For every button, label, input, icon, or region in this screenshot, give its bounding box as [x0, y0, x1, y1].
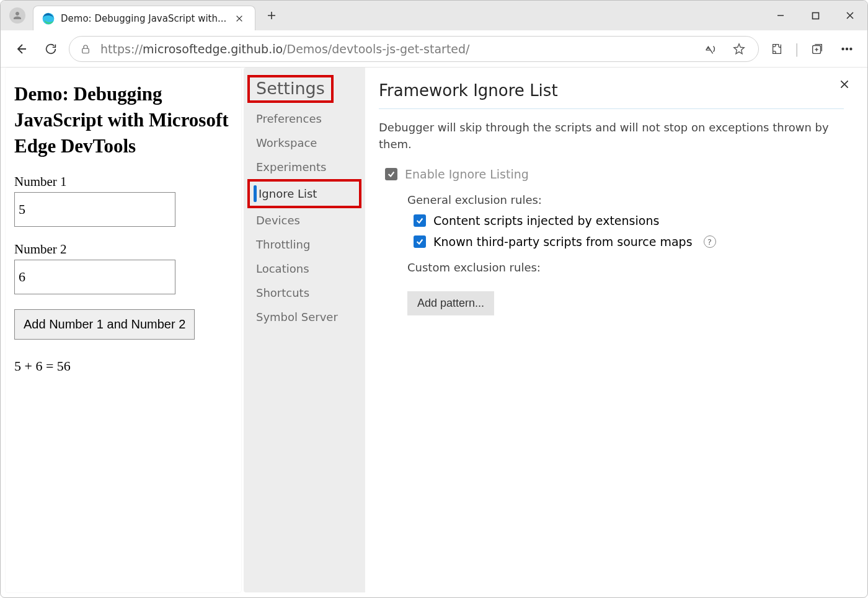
sidebar-item-ignore-list[interactable]: Ignore List	[247, 179, 361, 208]
site-info-button[interactable]	[79, 43, 92, 55]
rule-content-scripts-checkbox[interactable]	[414, 214, 426, 227]
titlebar: Demo: Debugging JavaScript with...	[1, 1, 867, 30]
sidebar-item-workspace[interactable]: Workspace	[244, 131, 365, 155]
page-heading: Demo: Debugging JavaScript with Microsof…	[14, 81, 232, 159]
plus-icon	[267, 11, 277, 20]
tab-title: Demo: Debugging JavaScript with...	[61, 13, 226, 24]
svg-point-6	[850, 48, 852, 50]
devtools-settings: Settings Preferences Workspace Experimen…	[244, 68, 862, 592]
rule-content-scripts-label: Content scripts injected by extensions	[433, 214, 659, 227]
check-icon	[415, 216, 424, 225]
help-icon[interactable]: ?	[704, 235, 716, 248]
panel-divider	[379, 108, 844, 109]
url-host: microsoftedge.github.io	[143, 42, 283, 56]
settings-sidebar: Settings Preferences Workspace Experimen…	[244, 68, 365, 592]
settings-heading-highlight: Settings	[247, 75, 334, 103]
window-close-button[interactable]	[833, 1, 867, 30]
panel-description: Debugger will skip through the scripts a…	[379, 119, 844, 152]
svg-rect-1	[812, 12, 818, 19]
enable-ignore-listing-checkbox[interactable]	[385, 168, 397, 180]
lock-icon	[80, 43, 91, 55]
settings-close-button[interactable]	[835, 75, 854, 94]
rule-third-party-label: Known third-party scripts from source ma…	[433, 235, 693, 248]
collections-icon	[810, 42, 824, 56]
window-controls	[763, 1, 867, 30]
demo-page: Demo: Debugging JavaScript with Microsof…	[6, 68, 241, 592]
close-icon	[235, 14, 244, 23]
toolbar: https://microsoftedge.github.io/Demos/de…	[1, 30, 867, 68]
add-pattern-button[interactable]: Add pattern...	[407, 291, 494, 315]
svg-rect-2	[82, 48, 89, 53]
sidebar-item-shortcuts[interactable]: Shortcuts	[244, 281, 365, 305]
sidebar-item-experiments[interactable]: Experiments	[244, 155, 365, 179]
profile-avatar[interactable]	[9, 7, 25, 24]
minimize-icon	[776, 11, 785, 20]
rule-third-party-checkbox[interactable]	[414, 235, 426, 248]
minimize-button[interactable]	[763, 1, 798, 30]
add-button[interactable]: Add Number 1 and Number 2	[14, 309, 195, 340]
arrow-left-icon	[14, 42, 29, 56]
address-bar[interactable]: https://microsoftedge.github.io/Demos/de…	[69, 36, 759, 62]
extensions-button[interactable]	[765, 37, 789, 61]
general-rules-label: General exclusion rules:	[407, 193, 844, 206]
more-horizontal-icon	[840, 42, 854, 56]
number1-input[interactable]	[14, 192, 175, 227]
enable-ignore-listing-row[interactable]: Enable Ignore Listing	[385, 167, 844, 181]
number1-label: Number 1	[14, 174, 232, 190]
address-bar-actions	[701, 37, 753, 61]
url-path: /Demos/devtools-js-get-started/	[283, 42, 469, 56]
favorite-button[interactable]	[730, 37, 748, 61]
read-aloud-button[interactable]	[701, 37, 720, 61]
sidebar-item-throttling[interactable]: Throttling	[244, 232, 365, 257]
new-tab-button[interactable]	[260, 4, 283, 27]
puzzle-icon	[770, 42, 784, 56]
sidebar-item-preferences[interactable]: Preferences	[244, 107, 365, 131]
custom-rules-label: Custom exclusion rules:	[407, 261, 844, 274]
settings-heading: Settings	[256, 79, 325, 98]
content-area: Demo: Debugging JavaScript with Microsof…	[6, 68, 862, 592]
number2-input[interactable]	[14, 260, 175, 294]
read-aloud-icon	[704, 42, 717, 56]
panel-title: Framework Ignore List	[379, 81, 844, 100]
result-text: 5 + 6 = 56	[14, 358, 232, 374]
sidebar-item-devices[interactable]: Devices	[244, 208, 365, 232]
number2-label: Number 2	[14, 242, 232, 257]
close-icon	[846, 11, 854, 20]
more-button[interactable]	[835, 37, 859, 61]
toolbar-separator: |	[795, 41, 799, 56]
collections-button[interactable]	[805, 37, 829, 61]
person-icon	[12, 10, 23, 21]
tab-close-button[interactable]	[232, 12, 246, 25]
star-icon	[732, 42, 746, 56]
check-icon	[387, 170, 396, 178]
sidebar-item-symbol-server[interactable]: Symbol Server	[244, 305, 365, 329]
maximize-icon	[812, 12, 820, 20]
url-scheme: https://	[100, 42, 143, 56]
close-icon	[839, 79, 850, 90]
browser-window: Demo: Debugging JavaScript with... ht	[0, 0, 868, 598]
settings-panel: Framework Ignore List Debugger will skip…	[365, 68, 862, 592]
rule-third-party-row[interactable]: Known third-party scripts from source ma…	[414, 235, 844, 248]
url-text: https://microsoftedge.github.io/Demos/de…	[100, 42, 693, 56]
back-button[interactable]	[9, 37, 33, 61]
browser-tab[interactable]: Demo: Debugging JavaScript with...	[33, 6, 255, 30]
enable-ignore-listing-label: Enable Ignore Listing	[405, 167, 529, 181]
refresh-button[interactable]	[39, 37, 63, 61]
sidebar-item-locations[interactable]: Locations	[244, 257, 365, 281]
rule-content-scripts-row[interactable]: Content scripts injected by extensions	[414, 214, 844, 227]
maximize-button[interactable]	[798, 1, 833, 30]
svg-point-5	[846, 48, 848, 50]
refresh-icon	[44, 42, 58, 56]
svg-point-4	[842, 48, 844, 50]
edge-icon	[42, 12, 55, 25]
check-icon	[415, 237, 424, 246]
